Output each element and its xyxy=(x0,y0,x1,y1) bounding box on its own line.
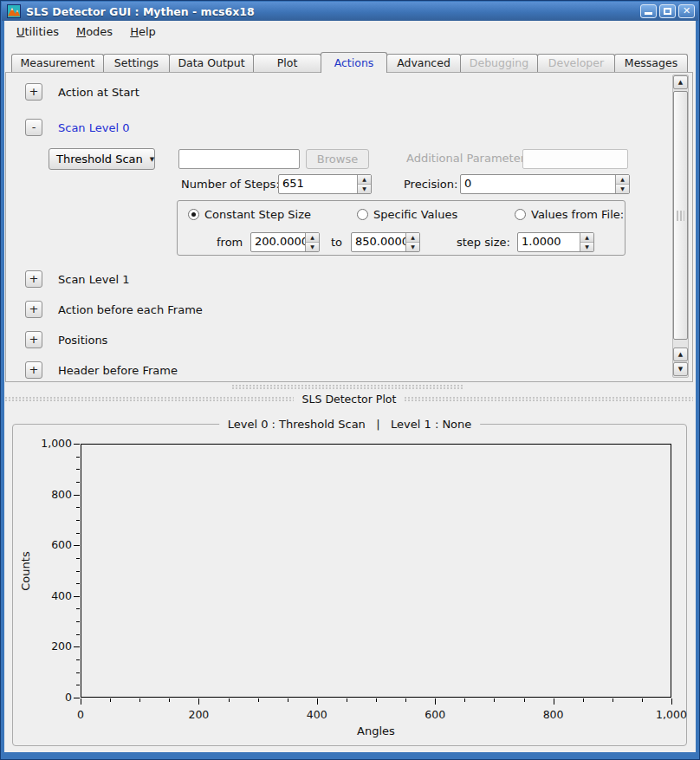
menu-modes[interactable]: Modes xyxy=(69,23,120,40)
x-axis-minor-tick xyxy=(464,698,465,702)
step-size-value[interactable]: 1.0000 xyxy=(518,233,580,251)
spin-up-icon[interactable]: ▲ xyxy=(616,175,629,185)
precision-spinbox[interactable]: 0 ▲ ▼ xyxy=(460,174,630,194)
y-axis-tick xyxy=(74,545,80,546)
x-axis-minor-tick xyxy=(405,698,406,702)
section-action-at-start: Action at Start xyxy=(58,86,139,99)
x-axis-minor-tick xyxy=(524,698,525,702)
spin-up-icon[interactable]: ▲ xyxy=(306,233,319,243)
section-action-before-each-frame: Action before each Frame xyxy=(58,303,203,316)
tab-settings[interactable]: Settings xyxy=(103,54,170,72)
radio-constant-step-size[interactable] xyxy=(188,209,199,220)
step-size-spinbox[interactable]: 1.0000 ▲ ▼ xyxy=(517,232,594,252)
close-button[interactable]: ✕ xyxy=(678,4,695,18)
y-axis-minor-tick xyxy=(76,583,80,584)
x-axis-minor-tick xyxy=(169,698,170,702)
y-axis-tick-label: 600 xyxy=(25,538,72,551)
x-axis-minor-tick xyxy=(642,698,643,702)
scan-mode-select[interactable]: Threshold Scan ▼ xyxy=(49,148,155,170)
spin-up-icon[interactable]: ▲ xyxy=(406,233,419,243)
additional-parameter-input[interactable] xyxy=(522,149,628,169)
scrollbar-thumb[interactable] xyxy=(673,91,688,340)
expand-action-before-each-frame-button[interactable]: + xyxy=(25,301,42,318)
scroll-down-button[interactable]: ▼ xyxy=(673,362,688,376)
plot-dock-titlebar[interactable]: SLS Detector Plot xyxy=(5,392,693,406)
x-axis-tick-label: 200 xyxy=(172,708,224,721)
x-axis-label: Angles xyxy=(324,724,428,737)
actions-pane: + Action at Start - Scan Level 0 Thresho… xyxy=(5,72,693,382)
section-scan-level-1: Scan Level 1 xyxy=(58,273,129,286)
minimize-button[interactable] xyxy=(640,4,657,18)
menu-utilities[interactable]: Utilities xyxy=(10,23,66,40)
x-axis-minor-tick xyxy=(347,698,347,702)
number-of-steps-value[interactable]: 651 xyxy=(279,175,357,193)
y-axis-minor-tick xyxy=(76,659,80,660)
maximize-button[interactable] xyxy=(659,4,676,18)
y-axis-minor-tick xyxy=(76,672,80,673)
scroll-up-button[interactable]: ▲ xyxy=(673,75,688,89)
y-axis-tick xyxy=(74,596,80,597)
x-axis-tick-label: 600 xyxy=(409,708,461,721)
scroll-up-button-2[interactable]: ▲ xyxy=(673,348,688,361)
x-axis-minor-tick xyxy=(110,698,111,702)
expand-header-before-frame-button[interactable]: + xyxy=(25,361,42,379)
radio-values-from-file[interactable] xyxy=(515,209,526,220)
tab-data-output[interactable]: Data Output xyxy=(169,54,254,72)
menu-help[interactable]: Help xyxy=(123,23,163,40)
collapse-scan-level-0-button[interactable]: - xyxy=(25,119,42,136)
script-file-input[interactable] xyxy=(178,149,300,169)
expand-action-at-start-button[interactable]: + xyxy=(25,83,42,101)
radio-specific-values[interactable] xyxy=(357,209,368,220)
y-axis-tick xyxy=(74,646,80,647)
from-value[interactable]: 200.0000 xyxy=(251,233,305,251)
tab-actions[interactable]: Actions xyxy=(321,52,387,73)
tab-measurement[interactable]: Measurement xyxy=(11,54,104,72)
x-axis-minor-tick xyxy=(139,698,140,702)
expand-positions-button[interactable]: + xyxy=(25,331,42,348)
vertical-scrollbar[interactable]: ▲ ▲ ▼ xyxy=(672,75,689,378)
spin-down-icon[interactable]: ▼ xyxy=(306,243,319,251)
number-of-steps-spinbox[interactable]: 651 ▲ ▼ xyxy=(278,174,372,194)
precision-value[interactable]: 0 xyxy=(461,175,615,193)
tab-plot[interactable]: Plot xyxy=(253,54,321,72)
tab-debugging[interactable]: Debugging xyxy=(460,54,538,72)
app-window: SLS Detector GUI : Mythen - mcs6x18 ✕ Ut… xyxy=(0,0,700,760)
y-axis-minor-tick xyxy=(76,608,80,609)
y-axis-tick xyxy=(74,698,80,698)
plot-canvas[interactable] xyxy=(81,444,671,698)
step-mode-groupbox: Constant Step Size Specific Values Value… xyxy=(177,200,625,256)
close-icon: ✕ xyxy=(679,5,694,17)
x-axis-minor-tick xyxy=(494,698,495,702)
x-axis-tick xyxy=(317,698,318,705)
to-value[interactable]: 850.0000 xyxy=(352,233,405,251)
spin-down-icon[interactable]: ▼ xyxy=(580,243,593,251)
splitter-handle[interactable] xyxy=(232,385,463,389)
expand-scan-level-1-button[interactable]: + xyxy=(25,270,42,288)
radio-constant-step-size-label: Constant Step Size xyxy=(204,208,311,221)
spin-up-icon[interactable]: ▲ xyxy=(358,175,371,185)
y-axis-minor-tick xyxy=(76,621,80,622)
dock-title: SLS Detector Plot xyxy=(302,393,397,406)
spin-down-icon[interactable]: ▼ xyxy=(358,185,371,193)
section-header-before-frame: Header before Frame xyxy=(58,364,178,377)
browse-button[interactable]: Browse xyxy=(306,149,369,169)
additional-parameter-label: Additional Parameter: xyxy=(406,152,528,165)
y-axis-minor-tick xyxy=(76,558,80,559)
y-axis-minor-tick xyxy=(76,482,80,483)
y-axis-minor-tick xyxy=(76,520,80,521)
spin-down-icon[interactable]: ▼ xyxy=(406,243,419,251)
titlebar[interactable]: SLS Detector GUI : Mythen - mcs6x18 ✕ xyxy=(2,2,698,21)
tab-advanced[interactable]: Advanced xyxy=(386,54,461,72)
spin-up-icon[interactable]: ▲ xyxy=(580,233,593,243)
x-axis-tick xyxy=(554,698,554,705)
x-axis-minor-tick xyxy=(288,698,288,702)
to-spinbox[interactable]: 850.0000 ▲ ▼ xyxy=(351,232,420,252)
tab-developer[interactable]: Developer xyxy=(537,54,615,72)
from-spinbox[interactable]: 200.0000 ▲ ▼ xyxy=(250,232,320,252)
from-label: from xyxy=(217,236,243,249)
y-axis-minor-tick xyxy=(76,571,80,572)
spin-down-icon[interactable]: ▼ xyxy=(616,185,629,193)
tab-messages[interactable]: Messages xyxy=(614,54,688,72)
tabbar: Measurement Settings Data Output Plot Ac… xyxy=(11,52,687,72)
x-axis-tick-label: 800 xyxy=(528,708,580,721)
